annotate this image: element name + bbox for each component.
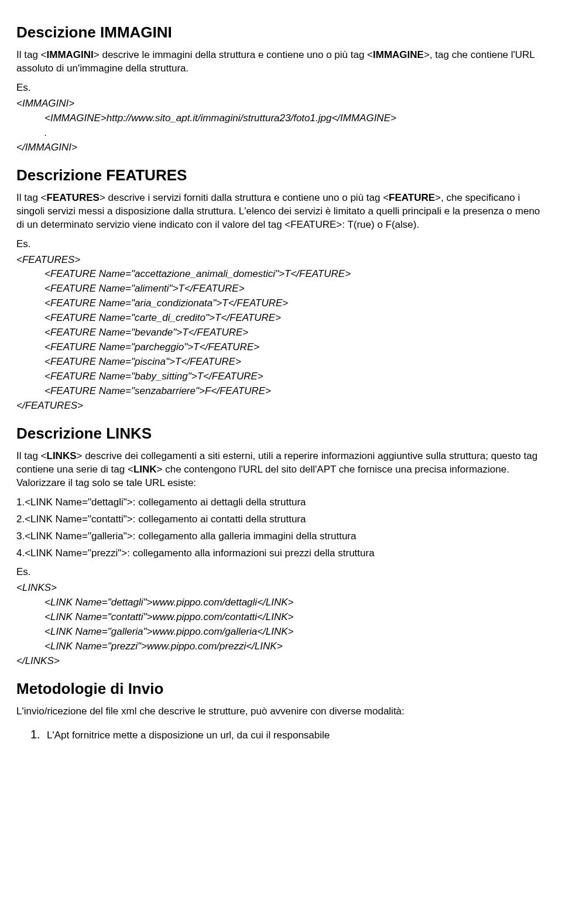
code-line: <LINK Name="contatti">www.pippo.com/cont… [44,611,546,624]
example-features: <FEATURES> <FEATURE Name="accettazione_a… [16,254,546,413]
list-number: 1. [30,727,47,742]
code-line: <IMMAGINI> [16,97,546,111]
list-item-metodologie-1: 1.L'Apt fornitrice mette a disposizione … [30,727,546,742]
code-line: <FEATURES> [16,254,546,267]
text: > descrive i servizi forniti dalla strut… [100,192,389,203]
heading-metodologie: Metodologie di Invio [16,679,546,699]
code-line: <FEATURE Name="piscina">T</FEATURE> [44,355,546,369]
code-line: <FEATURE Name="senzabarriere">F</FEATURE… [44,385,546,398]
text: Il tag < [16,192,47,203]
label-es: Es. [16,81,546,95]
list-item-1: 1.<LINK Name="dettagli">: collegamento a… [16,496,546,509]
text: > descrive le immagini della struttura e… [94,49,373,60]
list-item-2: 2.<LINK Name="contatti">: collegamento a… [16,513,546,526]
code-line: <FEATURE Name="alimenti">T</FEATURE> [44,282,546,296]
code-line: <FEATURE Name="baby_sitting">T</FEATURE> [44,370,546,384]
example-immagini: <IMMAGINI> <IMMAGINE>http://www.sito_apt… [16,97,546,155]
paragraph-metodologie-desc: L'invio/ricezione del file xml che descr… [16,705,546,718]
code-line: <FEATURE Name="bevande">T</FEATURE> [44,326,546,340]
code-line: <FEATURE Name="parcheggio">T</FEATURE> [44,341,546,354]
code-line: <IMMAGINE>http://www.sito_apt.it/immagin… [44,112,546,125]
tag-link: LINK [133,464,157,475]
tag-links: LINKS [47,450,77,461]
code-line: </IMMAGINI> [16,141,546,155]
code-line: <LINK Name="prezzi">www.pippo.com/prezzi… [44,640,546,653]
label-es: Es. [16,566,546,579]
list-item-4: 4.<LINK Name="prezzi">: collegamento all… [16,547,546,560]
example-links: <LINKS> <LINK Name="dettagli">www.pippo.… [16,581,546,668]
code-line: </LINKS> [16,655,546,668]
tag-immagini: IMMAGINI [47,49,94,60]
heading-immagini: Descizione IMMAGINI [16,22,546,43]
heading-links: Descrizione LINKS [16,423,546,444]
code-line: <FEATURE Name="accettazione_animali_dome… [44,268,546,281]
paragraph-links-desc: Il tag <LINKS> descrive dei collegamenti… [16,450,546,490]
paragraph-immagini-desc: Il tag <IMMAGINI> descrive le immagini d… [16,49,546,76]
text: Il tag < [16,49,47,60]
heading-features: Descrizione FEATURES [16,165,546,186]
code-line: </FEATURES> [16,399,546,413]
code-line: . [44,126,546,140]
tag-feature: FEATURE [389,192,435,203]
code-line: <FEATURE Name="aria_condizionata">T</FEA… [44,297,546,310]
paragraph-features-desc: Il tag <FEATURES> descrive i servizi for… [16,191,546,232]
code-line: <LINKS> [16,581,546,595]
label-es: Es. [16,238,546,251]
list-text: L'Apt fornitrice mette a disposizione un… [47,730,330,741]
tag-features: FEATURES [47,192,100,203]
code-line: <FEATURE Name="carte_di_credito">T</FEAT… [44,312,546,325]
list-item-3: 3.<LINK Name="galleria">: collegamento a… [16,530,546,543]
text: Il tag < [16,450,47,461]
code-line: <LINK Name="galleria">www.pippo.com/gall… [44,625,546,639]
document-page: Descizione IMMAGINI Il tag <IMMAGINI> de… [0,0,562,766]
code-line: <LINK Name="dettagli">www.pippo.com/dett… [44,596,546,610]
tag-immagine: IMMAGINE [373,49,424,60]
